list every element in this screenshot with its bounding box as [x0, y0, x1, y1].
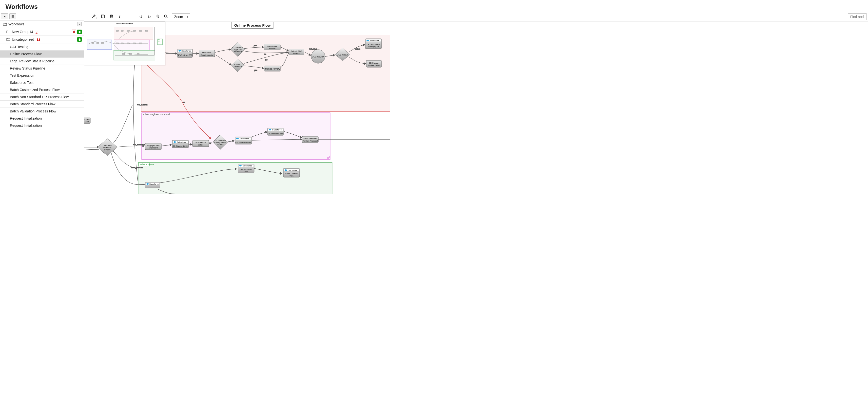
svg-point-31: [179, 50, 181, 51]
node-engage-client-engineer2[interactable]: Engage ClientEngineer2: [145, 143, 161, 150]
node-intake-complete[interactable]: Intakeplete: [84, 117, 90, 124]
node-salesforce-bottom[interactable]: Salesforce: [145, 182, 160, 188]
find-node-input[interactable]: [848, 13, 867, 20]
sidebar-item-legal-review-status-pipeline[interactable]: Legal Review Status Pipeline: [0, 58, 84, 65]
sidebar-item-online-process-flow[interactable]: Online Process Flow: [0, 50, 84, 58]
tree-group-uncategorized[interactable]: Uncategorized 12: [0, 36, 84, 43]
zoom-in-button[interactable]: [154, 13, 161, 20]
edge-label: CE_custom: [137, 104, 148, 106]
tree-group-label: New Group14: [12, 30, 33, 34]
tree-group-count[interactable]: 0: [35, 30, 37, 34]
svg-text:InfoSecRequired: InfoSecRequired: [234, 63, 242, 68]
edge-label: no: [183, 101, 185, 103]
svg-text:CE CustomUpdate SOW: CE CustomUpdate SOW: [368, 62, 380, 66]
undo-icon: ↺: [139, 14, 143, 19]
svg-text:Salesforce: Salesforce: [370, 39, 379, 42]
edge[interactable]: [86, 149, 99, 150]
add-to-group-button[interactable]: [77, 30, 82, 34]
redo-button[interactable]: ↻: [145, 13, 153, 20]
edge[interactable]: [116, 146, 145, 147]
edge[interactable]: [111, 152, 138, 185]
sidebar-item-review-status-pipeline[interactable]: Review Status Pipeline: [0, 65, 84, 72]
sidebar-item-uat-testing[interactable]: UAT Testing: [0, 43, 84, 50]
edge-label: sales_custom: [131, 166, 143, 169]
canvas-toolbar: + i ↺ ↻: [84, 12, 868, 22]
sidebar-list-button[interactable]: ☰: [9, 13, 16, 19]
node-ce-custom-update-sow[interactable]: CE CustomUpdate SOW: [366, 60, 381, 67]
node-sales-standard-review-proposal[interactable]: Sales StandardReview Proposal: [302, 136, 318, 143]
save-button[interactable]: [99, 13, 106, 20]
svg-point-49: [367, 40, 369, 41]
wrench-add-button[interactable]: +: [91, 13, 98, 20]
node-submit-dg2-request[interactable]: Submit DG2Request: [289, 49, 304, 55]
svg-rect-5: [87, 40, 112, 49]
delete-group-button[interactable]: [72, 30, 76, 34]
node-compliance-review[interactable]: ComplianceReview: [264, 44, 280, 50]
sidebar-item-test-expression[interactable]: Test Expression: [0, 72, 84, 79]
add-root-button[interactable]: ＋: [77, 22, 82, 26]
node-ce-standard-25[interactable]: Salesforce CE Standard 25%: [172, 140, 189, 148]
tree-group-count[interactable]: 12: [36, 38, 40, 41]
edge-label: reject: [355, 48, 360, 50]
node-sales-custom-75[interactable]: Salesforce Sales Custom75%: [283, 168, 300, 177]
svg-point-88: [146, 183, 149, 185]
sidebar-item-label: Batch Standard Process Flow: [10, 102, 55, 106]
zoom-out-button[interactable]: [162, 13, 169, 20]
zoom-in-icon: [155, 14, 160, 20]
sidebar-item-request-initialization[interactable]: Request Initialization: [0, 115, 84, 122]
sidebar-item-label: UAT Testing: [10, 45, 28, 49]
minimap-viewport[interactable]: [115, 27, 155, 56]
svg-text:CE Custom 25%: CE Custom 25%: [177, 54, 193, 57]
sidebar-item-salesforce-test[interactable]: Salesforce Test: [0, 79, 84, 86]
save-icon: [101, 14, 105, 20]
node-ce-standard-75[interactable]: Salesforce CE Standard 75%: [268, 128, 284, 135]
node-ce-custom-0-disengaged[interactable]: Salesforce CE Custom 0%Disengaged: [365, 39, 381, 48]
svg-text:Salesforce: Salesforce: [243, 165, 252, 167]
edge-label: CE_standard: [133, 143, 145, 146]
svg-text:CE Standard 50%: CE Standard 50%: [236, 142, 251, 144]
sidebar-item-label: Batch Validation Process Flow: [10, 109, 56, 113]
sidebar-item-batch-non-standard-dr-process-flow[interactable]: Batch Non Standard DR Process Flow: [0, 94, 84, 101]
node-determine-workflow-stream[interactable]: DetermineWorkflowStream: [97, 139, 117, 156]
tree-group-label: Uncategorized: [12, 37, 34, 41]
svg-text:CE Standard 25%: CE Standard 25%: [173, 145, 188, 147]
folder-open-icon: [6, 37, 10, 41]
node-document-requirements[interactable]: DocumentRequirements: [199, 50, 215, 57]
region-client-engineer-standard[interactable]: [142, 113, 330, 160]
sidebar-collapse-button[interactable]: ◂: [1, 13, 8, 19]
sidebar-item-request-initialization[interactable]: Request Initialization: [0, 122, 84, 129]
plus-badge-icon: +: [95, 17, 97, 20]
node-infosec-review[interactable]: InfoSec Review: [264, 66, 280, 71]
svg-text:DG2 Review: DG2 Review: [312, 56, 324, 58]
sidebar-item-batch-customized-process-flow[interactable]: Batch Customized Process Flow: [0, 86, 84, 94]
tree-root-workflows[interactable]: Workflows ＋: [0, 21, 84, 28]
region-sales-custom[interactable]: [138, 163, 332, 194]
tree-group-newgroup14[interactable]: New Group14 0: [0, 28, 84, 36]
edge-label: no: [264, 53, 266, 55]
svg-rect-24: [158, 39, 159, 40]
sidebar-toolbar: ◂ ☰: [0, 12, 84, 21]
svg-text:Salesforce: Salesforce: [288, 169, 298, 171]
info-button[interactable]: i: [116, 13, 123, 20]
node-dg2-review[interactable]: DG2 Review: [311, 49, 325, 63]
page-title: Workflows: [0, 0, 868, 12]
canvas-viewport[interactable]: ⋮ Online Process Flow Online Process Flo…: [84, 22, 868, 414]
svg-rect-8: [101, 42, 104, 44]
svg-text:InfoSec Review: InfoSec Review: [265, 68, 280, 70]
node-ce-standard-define[interactable]: CE StandardDefine: [192, 140, 209, 147]
minimap[interactable]: Online Process Flow: [84, 22, 165, 65]
svg-text:Salesforce: Salesforce: [181, 50, 191, 52]
svg-text:CE Standard 75%: CE Standard 75%: [268, 133, 284, 135]
zoom-select[interactable]: Zoom: [172, 13, 190, 20]
sidebar-item-batch-validation-process-flow[interactable]: Batch Validation Process Flow: [0, 108, 84, 115]
delete-button[interactable]: [107, 13, 115, 20]
node-ce-custom-25[interactable]: Salesforce CE Custom 25%: [177, 49, 193, 58]
sidebar-item-batch-standard-process-flow[interactable]: Batch Standard Process Flow: [0, 101, 84, 108]
edge[interactable]: [113, 151, 137, 168]
undo-button[interactable]: ↺: [137, 13, 144, 20]
add-to-group-button[interactable]: [77, 37, 82, 42]
edge[interactable]: [113, 105, 132, 144]
list-icon: ☰: [11, 14, 14, 18]
node-ce-standard-50[interactable]: Salesforce CE Standard 50%: [235, 137, 252, 144]
node-sales-custom-50[interactable]: Salesforce Sales Custom50%: [238, 164, 254, 173]
